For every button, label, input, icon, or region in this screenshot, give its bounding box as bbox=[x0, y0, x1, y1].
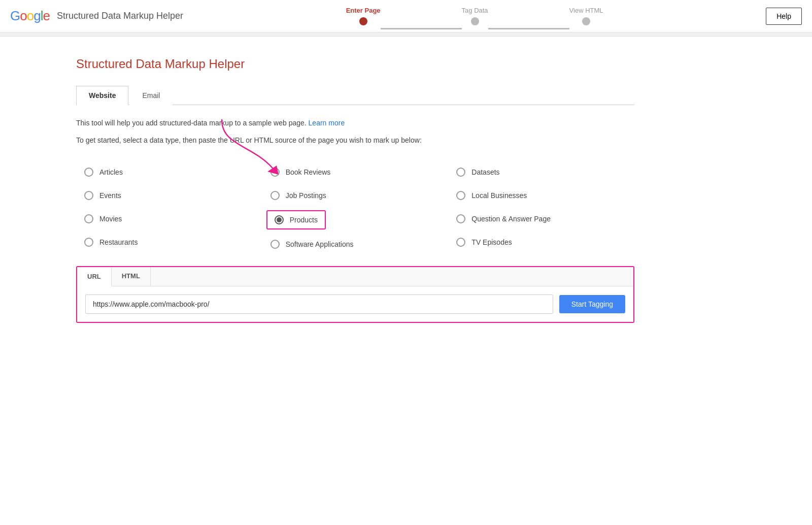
main-tabs: Website Email bbox=[76, 85, 634, 105]
url-section: URL HTML Start Tagging bbox=[76, 266, 634, 323]
header-app-title: Structured Data Markup Helper bbox=[57, 11, 183, 21]
data-type-datasets[interactable]: Datasets bbox=[448, 160, 634, 184]
url-tabs: URL HTML bbox=[77, 267, 633, 286]
label-restaurants: Restaurants bbox=[99, 238, 138, 246]
data-type-job-postings[interactable]: Job Postings bbox=[262, 184, 449, 207]
google-logo: Google bbox=[10, 8, 50, 24]
radio-job-postings[interactable] bbox=[270, 191, 280, 200]
radio-local-businesses[interactable] bbox=[456, 191, 465, 200]
data-type-software-applications[interactable]: Software Applications bbox=[262, 233, 449, 256]
step-enter-page-dot bbox=[359, 17, 367, 25]
step-tag-data-label: Tag Data bbox=[462, 7, 488, 14]
label-job-postings: Job Postings bbox=[286, 191, 326, 200]
radio-events[interactable] bbox=[84, 191, 93, 200]
label-events: Events bbox=[99, 191, 121, 200]
label-local-businesses: Local Businesses bbox=[471, 191, 527, 200]
data-type-book-reviews[interactable]: Book Reviews bbox=[262, 160, 449, 184]
learn-more-link[interactable]: Learn more bbox=[309, 119, 345, 127]
label-datasets: Datasets bbox=[471, 168, 499, 176]
data-type-local-businesses[interactable]: Local Businesses bbox=[448, 184, 634, 207]
radio-tv-episodes[interactable] bbox=[456, 238, 465, 247]
step-enter-page: Enter Page bbox=[346, 7, 381, 25]
data-type-col-2: Book Reviews Job Postings Products Softw… bbox=[262, 160, 449, 256]
start-tagging-button[interactable]: Start Tagging bbox=[559, 295, 625, 313]
help-button[interactable]: Help bbox=[766, 8, 802, 25]
url-input-row: Start Tagging bbox=[77, 286, 633, 322]
data-types-grid: Articles Events Movies Restaurants Book … bbox=[76, 160, 634, 256]
data-type-events[interactable]: Events bbox=[76, 184, 262, 207]
data-type-movies[interactable]: Movies bbox=[76, 207, 262, 231]
data-type-question-answer[interactable]: Question & Answer Page bbox=[448, 207, 634, 231]
tab-email[interactable]: Email bbox=[129, 86, 173, 105]
header-logo: Google Structured Data Markup Helper bbox=[10, 8, 183, 24]
radio-articles[interactable] bbox=[84, 168, 93, 177]
progress-steps: Enter Page Tag Data View HTML bbox=[183, 7, 766, 25]
label-movies: Movies bbox=[99, 215, 122, 223]
step-view-html: View HTML bbox=[569, 7, 603, 25]
label-software-applications: Software Applications bbox=[286, 240, 354, 248]
radio-restaurants[interactable] bbox=[84, 238, 93, 247]
radio-question-answer[interactable] bbox=[456, 214, 465, 223]
radio-book-reviews[interactable] bbox=[270, 168, 280, 177]
header: Google Structured Data Markup Helper Ent… bbox=[0, 0, 812, 32]
radio-products[interactable] bbox=[275, 215, 284, 224]
radio-datasets[interactable] bbox=[456, 168, 465, 177]
step-view-html-label: View HTML bbox=[569, 7, 603, 14]
data-type-tv-episodes[interactable]: TV Episodes bbox=[448, 231, 634, 254]
label-articles: Articles bbox=[99, 168, 123, 176]
step-connector-1 bbox=[381, 28, 462, 29]
label-products: Products bbox=[290, 216, 318, 224]
radio-movies[interactable] bbox=[84, 214, 93, 223]
step-tag-data: Tag Data bbox=[462, 7, 488, 25]
data-type-col-3: Datasets Local Businesses Question & Ans… bbox=[448, 160, 634, 256]
tab-html[interactable]: HTML bbox=[112, 267, 151, 286]
label-question-answer: Question & Answer Page bbox=[471, 215, 551, 223]
data-type-restaurants[interactable]: Restaurants bbox=[76, 231, 262, 254]
page-title: Structured Data Markup Helper bbox=[76, 57, 634, 71]
label-book-reviews: Book Reviews bbox=[286, 168, 331, 176]
step-tag-data-dot bbox=[471, 17, 479, 25]
data-type-col-1: Articles Events Movies Restaurants bbox=[76, 160, 262, 256]
description-2: To get started, select a data type, then… bbox=[76, 135, 634, 146]
tab-url[interactable]: URL bbox=[77, 268, 112, 286]
products-highlight-box: Products bbox=[266, 210, 326, 229]
radio-software-applications[interactable] bbox=[270, 240, 280, 249]
step-connector-2 bbox=[488, 28, 569, 29]
data-type-products[interactable]: Products bbox=[262, 207, 449, 233]
data-type-articles[interactable]: Articles bbox=[76, 160, 262, 184]
subheader-bar bbox=[0, 32, 812, 37]
step-enter-page-label: Enter Page bbox=[346, 7, 381, 14]
description-1: This tool will help you add structured-d… bbox=[76, 117, 634, 128]
url-input[interactable] bbox=[85, 294, 553, 314]
main-content: Structured Data Markup Helper Website Em… bbox=[0, 37, 710, 343]
tab-website[interactable]: Website bbox=[76, 86, 128, 105]
step-view-html-dot bbox=[582, 17, 590, 25]
label-tv-episodes: TV Episodes bbox=[471, 238, 512, 246]
